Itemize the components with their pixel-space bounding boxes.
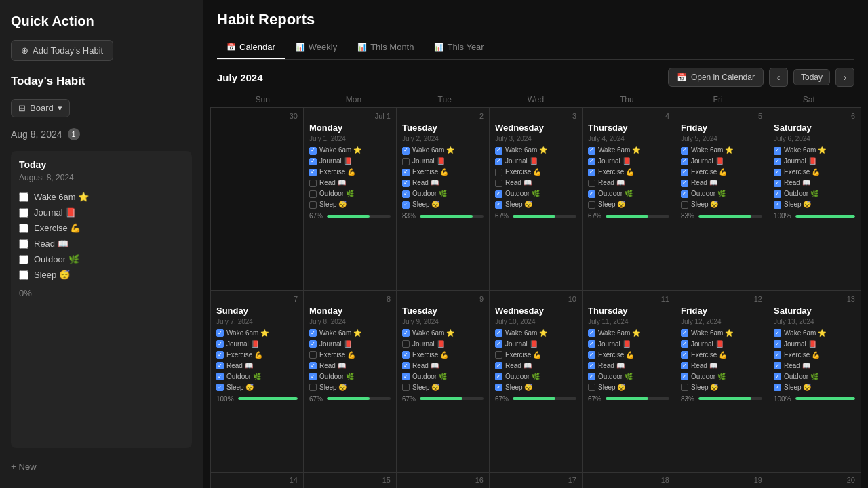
tab-this-year[interactable]: 📊This Year	[425, 37, 493, 59]
cell-habit-item: ✓Read 📖	[588, 361, 669, 371]
cell-progress-bar-fill	[420, 215, 473, 218]
today-button[interactable]: Today	[793, 69, 830, 85]
day-header-sat: Sat	[764, 95, 854, 104]
cell-habit-checkbox: ✓	[588, 190, 595, 198]
day-header-thu: Thu	[581, 95, 672, 104]
cell-habit-checkbox: ✓	[681, 147, 688, 155]
cell-progress-bar-bg	[513, 215, 576, 218]
cell-progress-bar-fill	[606, 397, 648, 400]
cell-date: July 11, 2024	[588, 318, 669, 325]
cell-number: 3	[495, 112, 576, 120]
cell-habit-checkbox: ✓	[495, 158, 502, 165]
cell-habit-item: ✓Sleep 😴	[774, 200, 855, 209]
cell-progress-bar-fill	[698, 397, 751, 400]
cell-progress-row: 67%	[309, 395, 391, 403]
habit-checkbox[interactable]	[19, 255, 28, 264]
cell-habit-label: Wake 6am ⭐	[412, 146, 454, 155]
new-habit-button[interactable]: + New	[11, 459, 192, 474]
cell-number: 10	[495, 295, 576, 303]
cell-habit-item: ✓Exercise 💪	[681, 350, 762, 360]
cell-habit-checkbox: ✓	[309, 362, 317, 369]
week3-cell: 16	[397, 473, 489, 488]
cell-date: July 1, 2024	[309, 135, 391, 142]
cell-day-name: Friday	[681, 123, 762, 133]
cell-habit-checkbox: ✓	[588, 362, 595, 369]
cell-habit-checkbox: ✓	[216, 384, 224, 391]
habit-checkbox[interactable]	[19, 224, 28, 233]
cell-habit-checkbox: ✓	[774, 340, 781, 348]
cell-habit-item: ✓Sleep 😴	[402, 200, 484, 209]
cell-number: 13	[774, 295, 855, 303]
tab-label: Calendar	[239, 42, 275, 52]
cell-habit-checkbox	[402, 158, 410, 165]
habit-label: Outdoor 🌿	[34, 254, 79, 264]
cell-habit-item: ✓Wake 6am ⭐	[402, 146, 484, 155]
cell-habit-checkbox: ✓	[216, 373, 224, 380]
cell-habit-label: Read 📖	[505, 178, 532, 188]
cell-habit-checkbox: ✓	[681, 329, 688, 337]
cell-progress-bar-fill	[238, 397, 298, 400]
open-in-calendar-button[interactable]: 📅 Open in Calendar	[668, 68, 764, 87]
cell-habit-label: Exercise 💪	[691, 167, 727, 177]
cell-habit-label: Sleep 😴	[226, 383, 254, 392]
cell-habit-checkbox	[309, 190, 317, 198]
cell-habit-label: Read 📖	[412, 361, 439, 371]
cell-habit-checkbox: ✓	[774, 190, 781, 198]
cell-habit-label: Exercise 💪	[319, 350, 355, 360]
cell-number: 19	[754, 476, 762, 484]
cell-habit-item: Journal 📕	[402, 157, 484, 166]
cell-number: Jul 1	[309, 112, 391, 120]
habit-checkbox[interactable]	[19, 239, 28, 249]
cell-habit-checkbox: ✓	[495, 340, 502, 348]
cell-day-name: Wednesday	[495, 123, 576, 133]
cell-habit-item: ✓Sleep 😴	[216, 383, 298, 392]
cell-habit-label: Wake 6am ⭐	[784, 146, 826, 155]
cell-habit-checkbox: ✓	[402, 351, 410, 359]
cell-habit-label: Outdoor 🌿	[784, 372, 818, 382]
cell-habit-checkbox: ✓	[402, 180, 410, 187]
tab-weekly[interactable]: 📊Weekly	[286, 37, 347, 59]
cell-habit-checkbox: ✓	[588, 340, 595, 348]
cell-progress-pct: 67%	[588, 212, 601, 220]
cell-progress-bar-bg	[698, 215, 762, 218]
prev-month-button[interactable]: ‹	[769, 68, 788, 87]
habit-checkbox[interactable]	[19, 208, 28, 218]
cell-habit-label: Wake 6am ⭐	[319, 146, 361, 155]
tab-calendar[interactable]: 📅Calendar	[217, 37, 285, 59]
cell-progress-pct: 67%	[309, 212, 323, 220]
add-habit-button[interactable]: ⊕ Add Today's Habit	[11, 40, 113, 61]
cell-habit-label: Sleep 😴	[412, 200, 439, 209]
cell-habit-checkbox	[588, 201, 595, 209]
cell-progress-bar-fill	[606, 215, 648, 218]
cell-habit-label: Outdoor 🌿	[691, 189, 726, 199]
cell-habit-item: Exercise 💪	[495, 167, 576, 177]
cell-habit-label: Journal 📕	[598, 157, 631, 166]
calendar-day-headers: SunMonTueWedThuFriSat	[210, 95, 861, 107]
cell-habit-checkbox: ✓	[774, 373, 781, 380]
day-header-sun: Sun	[217, 95, 308, 104]
cell-progress-row: 100%	[216, 395, 298, 403]
cell-habit-checkbox: ✓	[495, 329, 502, 337]
cell-habit-item: ✓Outdoor 🌿	[681, 189, 762, 199]
next-month-button[interactable]: ›	[835, 68, 854, 87]
cell-habit-item: ✓Journal 📕	[774, 157, 855, 166]
cell-habit-label: Wake 6am ⭐	[691, 146, 733, 155]
cell-number: 8	[309, 295, 391, 303]
cell-habit-checkbox: ✓	[402, 169, 410, 176]
cell-habit-label: Sleep 😴	[598, 200, 625, 209]
cell-habit-item: ✓Sleep 😴	[495, 200, 576, 209]
cell-habit-checkbox: ✓	[774, 147, 781, 155]
cell-habit-item: ✓Outdoor 🌿	[774, 189, 855, 199]
cell-progress-row: 67%	[495, 212, 576, 220]
habit-checkbox[interactable]	[19, 192, 28, 202]
cell-habit-label: Outdoor 🌿	[319, 372, 354, 382]
cell-habit-checkbox: ✓	[774, 384, 781, 391]
cell-habit-checkbox: ✓	[681, 158, 688, 165]
cell-habit-label: Read 📖	[319, 178, 346, 188]
board-selector[interactable]: ⊞ Board ▾	[11, 99, 70, 117]
habit-checkbox[interactable]	[19, 270, 28, 280]
cell-habit-checkbox: ✓	[588, 169, 595, 176]
calendar-cell: Jul 1MondayJuly 1, 2024✓Wake 6am ⭐✓Journ…	[304, 108, 396, 290]
tab-this-month[interactable]: 📊This Month	[348, 37, 423, 59]
cell-habit-item: ✓Exercise 💪	[774, 350, 855, 360]
